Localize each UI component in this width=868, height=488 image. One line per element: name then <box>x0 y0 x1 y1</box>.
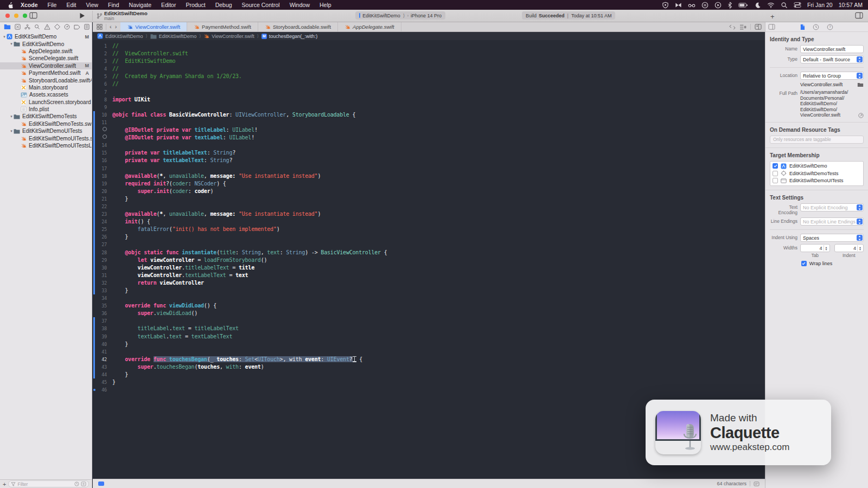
source-control-navigator-icon[interactable] <box>15 24 21 30</box>
code-line-2[interactable]: 2// ViewController.swift <box>93 50 765 57</box>
code-line-16[interactable]: 16 private var textLabelText: String? <box>93 157 765 164</box>
history-inspector-icon[interactable] <box>813 24 819 30</box>
code-line-34[interactable]: 34 <box>93 294 765 302</box>
line-indicator-icon[interactable] <box>98 481 104 486</box>
open-path-arrow-icon[interactable] <box>858 113 864 118</box>
choose-folder-icon[interactable] <box>857 82 864 87</box>
related-items-icon[interactable] <box>97 24 103 30</box>
code-line-6[interactable]: 6// <box>93 80 765 88</box>
code-line-10[interactable]: 10@objc final class BasicViewController:… <box>93 111 765 119</box>
code-line-28[interactable]: 28 @objc static func instantiate(title: … <box>93 249 765 256</box>
code-line-32[interactable]: 32 return viewController <box>93 279 765 287</box>
menu-debug[interactable]: Debug <box>210 0 237 10</box>
butterfly-icon[interactable] <box>675 2 682 9</box>
menu-help[interactable]: Help <box>315 0 336 10</box>
nav-row-editkitswiftdemouitests[interactable]: ▾EditKitSwiftDemoUITests <box>0 127 92 134</box>
nav-row-editkitswiftdemo[interactable]: ▾EditKitSwiftDemo <box>0 40 92 47</box>
toggle-navigator-icon[interactable] <box>29 12 37 19</box>
activity-viewer[interactable]: Build Succeeded | Today at 10:51 AM <box>522 11 615 20</box>
iboutlet-connector-icon[interactable] <box>103 127 107 131</box>
wrap-indicator-icon[interactable] <box>754 481 760 486</box>
code-line-4[interactable]: 4// <box>93 65 765 73</box>
recent-files-icon[interactable] <box>74 481 79 486</box>
code-line-39[interactable]: 39 textLabel.text = textLabelText <box>93 333 765 341</box>
nav-row-editkitswiftdemotests[interactable]: ▾EditKitSwiftDemoTests <box>0 113 92 120</box>
target-row-editkitswiftdemotests[interactable]: EditKitSwiftDemoTests <box>773 170 861 177</box>
watermark-url[interactable]: www.peakstep.com <box>710 442 789 452</box>
location-popup[interactable]: Relative to Group <box>800 72 864 80</box>
tab-storyboardloadable-swift[interactable]: StoryboardLoadable.swift <box>258 22 338 31</box>
code-line-31[interactable]: 31 viewController.textLabelText = text <box>93 272 765 279</box>
code-line-19[interactable]: 19 required init?(coder: NSCoder) { <box>93 180 765 188</box>
nav-row-assets-xcassets[interactable]: Assets.xcassets <box>0 91 92 98</box>
breadcrumb-editkitswiftdemo[interactable]: EditKitSwiftDemo <box>97 33 143 39</box>
code-line-14[interactable]: 14 <box>93 142 765 149</box>
code-line-1[interactable]: 1// <box>93 42 765 50</box>
code-line-15[interactable]: 15 private var titleLabelText: String? <box>93 149 765 157</box>
iboutlet-connector-icon[interactable] <box>103 134 107 139</box>
run-destination[interactable]: iPhone 14 Pro <box>411 13 442 18</box>
bluetooth-icon[interactable] <box>727 2 732 9</box>
code-line-24[interactable]: 24 init() { <box>93 218 765 226</box>
code-line-44[interactable]: 44 } <box>93 371 765 378</box>
code-line-12[interactable]: @IBOutlet private var titleLabel: UILabe… <box>93 126 765 134</box>
code-line-18[interactable]: 18 @available(*, unavailable, message: "… <box>93 172 765 180</box>
code-line-8[interactable]: 8import UIKit <box>93 96 765 104</box>
code-line-35[interactable]: 35 override func viewDidLoad() { <box>93 302 765 310</box>
menu-find[interactable]: Find <box>103 0 124 10</box>
breadcrumb-editkitswiftdemo[interactable]: EditKitSwiftDemo <box>150 34 197 39</box>
odr-tags-input[interactable]: Only resources are taggable <box>770 136 864 144</box>
run-button[interactable] <box>79 12 85 19</box>
close-window-button[interactable] <box>5 14 10 18</box>
nav-row-editkitswiftdemouitests-s-[interactable]: EditKitSwiftDemoUITests.s... <box>0 134 92 142</box>
wrap-lines-checkbox[interactable] <box>801 261 807 266</box>
nav-row-paymentmethod-swift[interactable]: PaymentMethod.swiftA <box>0 69 92 76</box>
target-checkbox[interactable] <box>773 171 778 176</box>
code-line-20[interactable]: 20 super.init(coder: coder) <box>93 188 765 195</box>
menu-file[interactable]: File <box>43 0 62 10</box>
disclosure-triangle-icon[interactable]: ▾ <box>2 35 7 39</box>
report-navigator-icon[interactable] <box>84 24 90 30</box>
target-row-editkitswiftdemo[interactable]: EditKitSwiftDemo <box>773 163 861 170</box>
code-line-42[interactable]: 42 override func touchesBegan(_ touches:… <box>93 356 765 363</box>
navigator-filter-field[interactable]: Filter <box>8 480 89 487</box>
menu-date[interactable]: Fri Jan 20 <box>807 2 833 8</box>
nav-row-editkitswiftdemouitestsla-[interactable]: EditKitSwiftDemoUITestsLa... <box>0 142 92 149</box>
inspector-panel-icon[interactable] <box>768 24 775 30</box>
issue-navigator-icon[interactable] <box>44 24 50 30</box>
disclosure-triangle-icon[interactable]: ▾ <box>9 114 14 119</box>
nav-row-editkitswiftdemotests-swift[interactable]: EditKitSwiftDemoTests.swift <box>0 120 92 127</box>
code-line-21[interactable]: 21 } <box>93 195 765 203</box>
code-line-9[interactable]: 9 <box>93 104 765 111</box>
tab-appdelegate-swift[interactable]: AppDelegate.swift <box>338 22 401 31</box>
menu-product[interactable]: Product <box>181 0 210 10</box>
name-field[interactable]: ViewController.swift <box>800 45 864 53</box>
menu-clock[interactable]: 10:57 AM <box>839 2 863 8</box>
disclosure-triangle-icon[interactable]: ▾ <box>9 42 14 46</box>
code-review-icon[interactable] <box>729 24 736 30</box>
menu-view[interactable]: View <box>81 0 104 10</box>
nav-row-launchscreen-storyboard[interactable]: LaunchScreen.storyboard <box>0 99 92 106</box>
code-line-40[interactable]: 40 } <box>93 341 765 348</box>
moon-icon[interactable] <box>754 2 761 9</box>
nav-row-viewcontroller-swift[interactable]: ViewController.swiftM <box>0 62 92 69</box>
tab-paymentmethod-swift[interactable]: PaymentMethod.swift <box>187 22 258 31</box>
code-line-25[interactable]: 25 fatalError("init() has not been imple… <box>93 226 765 233</box>
code-line-26[interactable]: 26 } <box>93 233 765 241</box>
add-file-button[interactable]: + <box>3 480 6 488</box>
indent-using-popup[interactable]: Spaces <box>800 234 864 242</box>
code-line-3[interactable]: 3// EditKitSwiftDemo <box>93 57 765 65</box>
breadcrumb-touchesbegan-with-[interactable]: MtouchesBegan(_:with:) <box>261 34 318 39</box>
apple-menu-icon[interactable] <box>5 2 16 9</box>
encoding-popup[interactable]: No Explicit Encoding <box>800 203 864 211</box>
toggle-inspector-icon[interactable] <box>855 12 863 19</box>
code-line-33[interactable]: 33 } <box>93 287 765 294</box>
code-line-27[interactable]: 27 <box>93 241 765 248</box>
test-navigator-icon[interactable] <box>54 24 60 30</box>
type-popup[interactable]: Default - Swift Source <box>800 55 864 63</box>
library-add-button[interactable]: + <box>770 12 775 21</box>
line-endings-popup[interactable]: No Explicit Line Endings <box>800 217 864 226</box>
window-title[interactable]: EditKitSwiftDemo main <box>104 11 148 21</box>
find-navigator-icon[interactable] <box>34 24 40 30</box>
code-line-43[interactable]: 43 super.touchesBegan(touches, with: eve… <box>93 363 765 371</box>
